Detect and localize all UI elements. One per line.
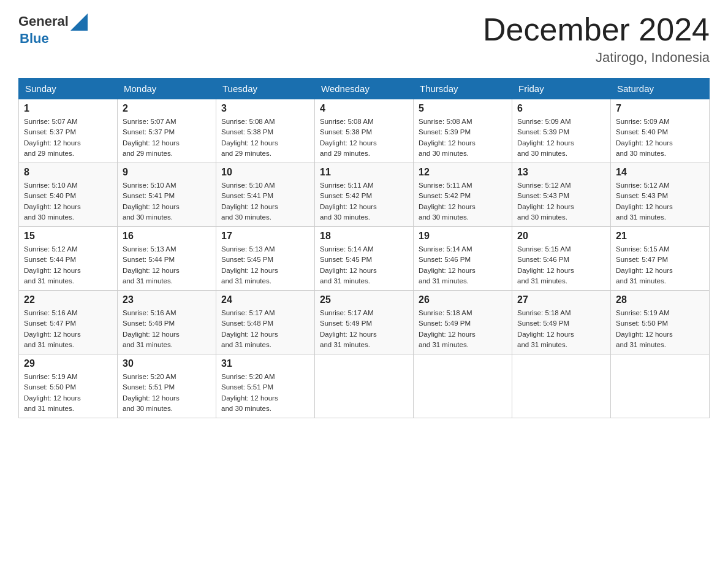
calendar-cell: 31Sunrise: 5:20 AMSunset: 5:51 PMDayligh… — [216, 354, 315, 418]
logo-general-text: General — [18, 13, 69, 29]
day-info: Sunrise: 5:10 AMSunset: 5:41 PMDaylight:… — [221, 180, 309, 223]
day-info: Sunrise: 5:15 AMSunset: 5:46 PMDaylight:… — [517, 244, 605, 286]
calendar-cell — [512, 354, 611, 418]
day-info: Sunrise: 5:19 AMSunset: 5:50 PMDaylight:… — [24, 372, 112, 414]
day-number: 12 — [419, 167, 507, 178]
day-info: Sunrise: 5:14 AMSunset: 5:46 PMDaylight:… — [419, 244, 507, 286]
day-number: 2 — [123, 103, 211, 114]
day-info: Sunrise: 5:17 AMSunset: 5:48 PMDaylight:… — [221, 308, 309, 350]
calendar-cell: 16Sunrise: 5:13 AMSunset: 5:44 PMDayligh… — [118, 227, 216, 291]
header-row: SundayMondayTuesdayWednesdayThursdayFrid… — [19, 79, 710, 99]
day-number: 20 — [517, 231, 605, 242]
day-number: 5 — [419, 103, 507, 114]
calendar-cell: 13Sunrise: 5:12 AMSunset: 5:43 PMDayligh… — [512, 163, 611, 227]
calendar-cell: 11Sunrise: 5:11 AMSunset: 5:42 PMDayligh… — [315, 163, 414, 227]
week-row-4: 22Sunrise: 5:16 AMSunset: 5:47 PMDayligh… — [19, 291, 710, 354]
day-info: Sunrise: 5:11 AMSunset: 5:42 PMDaylight:… — [419, 180, 507, 223]
calendar-cell: 12Sunrise: 5:11 AMSunset: 5:42 PMDayligh… — [414, 163, 512, 227]
day-info: Sunrise: 5:18 AMSunset: 5:49 PMDaylight:… — [419, 308, 507, 350]
day-number: 28 — [616, 294, 704, 305]
column-header-wednesday: Wednesday — [315, 79, 414, 99]
day-info: Sunrise: 5:14 AMSunset: 5:45 PMDaylight:… — [320, 244, 408, 286]
calendar-cell: 5Sunrise: 5:08 AMSunset: 5:39 PMDaylight… — [414, 99, 512, 163]
day-info: Sunrise: 5:20 AMSunset: 5:51 PMDaylight:… — [221, 372, 309, 414]
day-number: 19 — [419, 231, 507, 242]
day-info: Sunrise: 5:19 AMSunset: 5:50 PMDaylight:… — [616, 308, 704, 350]
day-number: 24 — [221, 294, 309, 305]
month-title: December 2024 — [483, 12, 710, 47]
day-info: Sunrise: 5:15 AMSunset: 5:47 PMDaylight:… — [616, 244, 704, 286]
calendar-cell: 23Sunrise: 5:16 AMSunset: 5:48 PMDayligh… — [118, 291, 216, 354]
day-number: 17 — [221, 231, 309, 242]
day-number: 3 — [221, 103, 309, 114]
day-number: 27 — [517, 294, 605, 305]
column-header-thursday: Thursday — [414, 79, 512, 99]
calendar-cell: 28Sunrise: 5:19 AMSunset: 5:50 PMDayligh… — [611, 291, 710, 354]
calendar-cell: 20Sunrise: 5:15 AMSunset: 5:46 PMDayligh… — [512, 227, 611, 291]
day-info: Sunrise: 5:13 AMSunset: 5:45 PMDaylight:… — [221, 244, 309, 286]
column-header-tuesday: Tuesday — [216, 79, 315, 99]
calendar-cell: 22Sunrise: 5:16 AMSunset: 5:47 PMDayligh… — [19, 291, 118, 354]
calendar-cell: 26Sunrise: 5:18 AMSunset: 5:49 PMDayligh… — [414, 291, 512, 354]
day-info: Sunrise: 5:16 AMSunset: 5:48 PMDaylight:… — [123, 308, 211, 350]
location: Jatirogo, Indonesia — [483, 50, 710, 66]
svg-marker-0 — [70, 13, 88, 31]
calendar-cell — [315, 354, 414, 418]
column-header-friday: Friday — [512, 79, 611, 99]
day-info: Sunrise: 5:18 AMSunset: 5:49 PMDaylight:… — [517, 308, 605, 350]
day-info: Sunrise: 5:08 AMSunset: 5:38 PMDaylight:… — [320, 117, 408, 159]
page-header: General Blue December 2024 Jatirogo, Ind… — [18, 12, 710, 66]
column-header-saturday: Saturday — [611, 79, 710, 99]
day-number: 23 — [123, 294, 211, 305]
day-number: 21 — [616, 231, 704, 242]
day-number: 6 — [517, 103, 605, 114]
day-info: Sunrise: 5:13 AMSunset: 5:44 PMDaylight:… — [123, 244, 211, 286]
calendar-cell: 19Sunrise: 5:14 AMSunset: 5:46 PMDayligh… — [414, 227, 512, 291]
calendar-cell: 3Sunrise: 5:08 AMSunset: 5:38 PMDaylight… — [216, 99, 315, 163]
day-info: Sunrise: 5:08 AMSunset: 5:39 PMDaylight:… — [419, 117, 507, 159]
day-info: Sunrise: 5:11 AMSunset: 5:42 PMDaylight:… — [320, 180, 408, 223]
week-row-3: 15Sunrise: 5:12 AMSunset: 5:44 PMDayligh… — [19, 227, 710, 291]
day-number: 15 — [24, 231, 112, 242]
day-info: Sunrise: 5:10 AMSunset: 5:41 PMDaylight:… — [123, 180, 211, 223]
calendar-cell: 29Sunrise: 5:19 AMSunset: 5:50 PMDayligh… — [19, 354, 118, 418]
day-info: Sunrise: 5:07 AMSunset: 5:37 PMDaylight:… — [123, 117, 211, 159]
calendar-cell: 2Sunrise: 5:07 AMSunset: 5:37 PMDaylight… — [118, 99, 216, 163]
day-number: 31 — [221, 358, 309, 369]
calendar-cell: 14Sunrise: 5:12 AMSunset: 5:43 PMDayligh… — [611, 163, 710, 227]
calendar-cell: 27Sunrise: 5:18 AMSunset: 5:49 PMDayligh… — [512, 291, 611, 354]
day-info: Sunrise: 5:12 AMSunset: 5:43 PMDaylight:… — [616, 180, 704, 223]
calendar-cell: 21Sunrise: 5:15 AMSunset: 5:47 PMDayligh… — [611, 227, 710, 291]
column-header-sunday: Sunday — [19, 79, 118, 99]
calendar-cell: 8Sunrise: 5:10 AMSunset: 5:40 PMDaylight… — [19, 163, 118, 227]
calendar-cell: 6Sunrise: 5:09 AMSunset: 5:39 PMDaylight… — [512, 99, 611, 163]
logo-icon — [70, 13, 88, 31]
week-row-2: 8Sunrise: 5:10 AMSunset: 5:40 PMDaylight… — [19, 163, 710, 227]
day-number: 25 — [320, 294, 408, 305]
day-info: Sunrise: 5:09 AMSunset: 5:40 PMDaylight:… — [616, 117, 704, 159]
day-info: Sunrise: 5:20 AMSunset: 5:51 PMDaylight:… — [123, 372, 211, 414]
day-number: 18 — [320, 231, 408, 242]
day-number: 22 — [24, 294, 112, 305]
calendar-cell: 24Sunrise: 5:17 AMSunset: 5:48 PMDayligh… — [216, 291, 315, 354]
calendar-cell: 4Sunrise: 5:08 AMSunset: 5:38 PMDaylight… — [315, 99, 414, 163]
day-number: 11 — [320, 167, 408, 178]
week-row-1: 1Sunrise: 5:07 AMSunset: 5:37 PMDaylight… — [19, 99, 710, 163]
day-info: Sunrise: 5:10 AMSunset: 5:40 PMDaylight:… — [24, 180, 112, 223]
logo-blue-text: Blue — [20, 31, 49, 47]
day-number: 7 — [616, 103, 704, 114]
column-header-monday: Monday — [118, 79, 216, 99]
day-info: Sunrise: 5:17 AMSunset: 5:49 PMDaylight:… — [320, 308, 408, 350]
calendar-cell: 18Sunrise: 5:14 AMSunset: 5:45 PMDayligh… — [315, 227, 414, 291]
day-info: Sunrise: 5:16 AMSunset: 5:47 PMDaylight:… — [24, 308, 112, 350]
day-number: 29 — [24, 358, 112, 369]
day-info: Sunrise: 5:09 AMSunset: 5:39 PMDaylight:… — [517, 117, 605, 159]
calendar-cell: 17Sunrise: 5:13 AMSunset: 5:45 PMDayligh… — [216, 227, 315, 291]
week-row-5: 29Sunrise: 5:19 AMSunset: 5:50 PMDayligh… — [19, 354, 710, 418]
calendar-table: SundayMondayTuesdayWednesdayThursdayFrid… — [18, 78, 710, 418]
day-info: Sunrise: 5:07 AMSunset: 5:37 PMDaylight:… — [24, 117, 112, 159]
logo-line1: General — [18, 12, 88, 31]
calendar-cell: 7Sunrise: 5:09 AMSunset: 5:40 PMDaylight… — [611, 99, 710, 163]
day-number: 16 — [123, 231, 211, 242]
calendar-cell — [414, 354, 512, 418]
